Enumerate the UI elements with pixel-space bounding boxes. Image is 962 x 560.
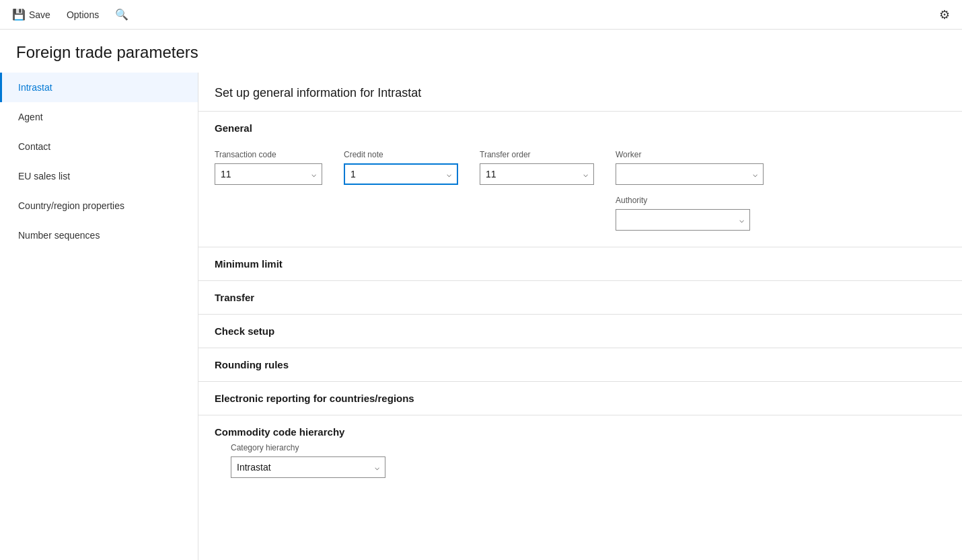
category-hierarchy-select[interactable]: Intrastat ⌵ — [231, 456, 385, 478]
transfer-order-arrow: ⌵ — [578, 169, 593, 179]
worker-select[interactable]: ⌵ — [616, 163, 764, 185]
page-title: Foreign trade parameters — [0, 30, 962, 73]
transaction-code-field: Transaction code 11 ⌵ — [215, 150, 322, 231]
toolbar: 💾 Save Options 🔍 ⚙ — [0, 0, 962, 30]
main-content: Set up general information for Intrastat… — [198, 73, 962, 560]
electronic-reporting-section[interactable]: Electronic reporting for countries/regio… — [198, 381, 962, 415]
general-fields: Transaction code 11 ⌵ Credit note 1 ⌵ — [198, 145, 962, 247]
worker-label: Worker — [616, 150, 764, 159]
transfer-section[interactable]: Transfer — [198, 280, 962, 314]
transfer-title: Transfer — [215, 292, 946, 303]
category-hierarchy-value: Intrastat — [231, 462, 369, 473]
right-fields: Worker ⌵ Authority ⌵ — [616, 150, 764, 231]
transfer-order-label: Transfer order — [480, 150, 594, 159]
page-body: Intrastat Agent Contact EU sales list Co… — [0, 73, 962, 560]
rounding-rules-title: Rounding rules — [215, 359, 946, 370]
check-setup-title: Check setup — [215, 325, 946, 337]
category-hierarchy-field: Category hierarchy Intrastat ⌵ — [231, 443, 930, 478]
page: Foreign trade parameters Intrastat Agent… — [0, 30, 962, 560]
sidebar-item-contact[interactable]: Contact — [0, 132, 198, 161]
transaction-code-value: 11 — [215, 169, 306, 179]
general-section-title[interactable]: General — [198, 112, 962, 145]
credit-note-value: 1 — [345, 169, 441, 179]
save-icon: 💾 — [12, 8, 26, 21]
transfer-order-value: 11 — [480, 169, 578, 179]
sidebar-item-agent[interactable]: Agent — [0, 102, 198, 132]
settings-button[interactable]: ⚙ — [932, 3, 957, 26]
sidebar-item-number-sequences[interactable]: Number sequences — [0, 221, 198, 250]
authority-select[interactable]: ⌵ — [616, 209, 750, 231]
commodity-code-section: Commodity code hierarchy Category hierar… — [198, 415, 962, 505]
commodity-code-title: Commodity code hierarchy — [215, 426, 946, 438]
transaction-code-select[interactable]: 11 ⌵ — [215, 163, 322, 185]
electronic-reporting-title: Electronic reporting for countries/regio… — [215, 393, 946, 404]
authority-label: Authority — [616, 196, 764, 205]
commodity-fields: Category hierarchy Intrastat ⌵ — [215, 438, 946, 494]
category-hierarchy-arrow: ⌵ — [369, 463, 385, 472]
save-button[interactable]: 💾 Save — [5, 4, 57, 25]
authority-arrow: ⌵ — [734, 215, 749, 225]
credit-note-label: Credit note — [344, 150, 458, 159]
minimum-limit-section[interactable]: Minimum limit — [198, 247, 962, 280]
transfer-order-field: Transfer order 11 ⌵ — [480, 150, 594, 231]
sidebar-item-eu-sales-list[interactable]: EU sales list — [0, 161, 198, 191]
credit-note-arrow: ⌵ — [441, 169, 457, 179]
worker-arrow: ⌵ — [747, 169, 763, 179]
options-button[interactable]: Options — [60, 5, 106, 24]
category-hierarchy-label: Category hierarchy — [231, 443, 930, 452]
search-button[interactable]: 🔍 — [111, 4, 133, 25]
sidebar-item-intrastat[interactable]: Intrastat — [0, 73, 198, 102]
save-label: Save — [29, 9, 50, 20]
credit-note-field: Credit note 1 ⌵ — [344, 150, 458, 231]
transaction-code-arrow: ⌵ — [306, 169, 322, 179]
transaction-code-label: Transaction code — [215, 150, 322, 159]
search-icon: 🔍 — [115, 8, 128, 21]
general-section: General Transaction code 11 ⌵ Credit not… — [198, 111, 962, 247]
minimum-limit-title: Minimum limit — [215, 258, 946, 270]
sidebar: Intrastat Agent Contact EU sales list Co… — [0, 73, 198, 560]
options-label: Options — [67, 9, 99, 20]
credit-note-select[interactable]: 1 ⌵ — [344, 163, 458, 185]
rounding-rules-section[interactable]: Rounding rules — [198, 348, 962, 381]
intrastat-section-header: Set up general information for Intrastat — [198, 73, 962, 111]
check-setup-section[interactable]: Check setup — [198, 314, 962, 348]
transfer-order-select[interactable]: 11 ⌵ — [480, 163, 594, 185]
toolbar-right: ⚙ — [932, 3, 957, 26]
sidebar-item-country-region[interactable]: Country/region properties — [0, 191, 198, 221]
authority-field: Authority ⌵ — [616, 196, 764, 231]
worker-field: Worker ⌵ — [616, 150, 764, 185]
settings-icon: ⚙ — [939, 8, 950, 22]
